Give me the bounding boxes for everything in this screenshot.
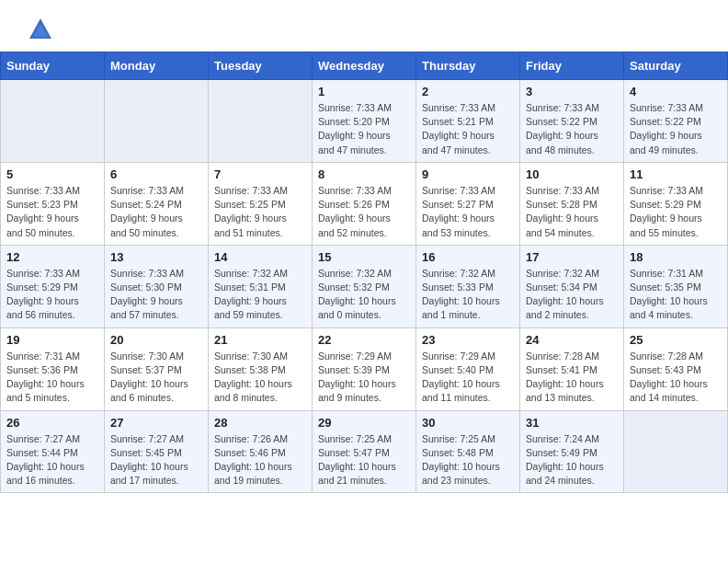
calendar-cell: 13Sunrise: 7:33 AM Sunset: 5:30 PM Dayli… [105, 245, 209, 327]
day-number: 15 [318, 250, 410, 264]
day-info: Sunrise: 7:30 AM Sunset: 5:38 PM Dayligh… [214, 350, 306, 406]
calendar-cell: 1Sunrise: 7:33 AM Sunset: 5:20 PM Daylig… [313, 80, 416, 163]
day-number: 21 [214, 333, 306, 347]
day-number: 23 [422, 333, 514, 347]
day-number: 19 [6, 333, 98, 347]
col-header-sunday: Sunday [1, 52, 105, 80]
day-info: Sunrise: 7:25 AM Sunset: 5:47 PM Dayligh… [318, 432, 410, 488]
calendar-cell [624, 410, 728, 493]
calendar-week-row: 5Sunrise: 7:33 AM Sunset: 5:23 PM Daylig… [1, 162, 728, 245]
day-number: 30 [422, 416, 514, 430]
calendar-cell: 31Sunrise: 7:24 AM Sunset: 5:49 PM Dayli… [520, 410, 624, 493]
day-number: 5 [6, 167, 98, 181]
day-info: Sunrise: 7:28 AM Sunset: 5:41 PM Dayligh… [526, 350, 618, 406]
calendar-cell: 28Sunrise: 7:26 AM Sunset: 5:46 PM Dayli… [209, 410, 313, 493]
calendar-cell: 27Sunrise: 7:27 AM Sunset: 5:45 PM Dayli… [105, 410, 209, 493]
col-header-friday: Friday [520, 52, 624, 80]
day-info: Sunrise: 7:33 AM Sunset: 5:29 PM Dayligh… [6, 267, 98, 323]
day-info: Sunrise: 7:27 AM Sunset: 5:44 PM Dayligh… [6, 432, 98, 488]
day-info: Sunrise: 7:33 AM Sunset: 5:24 PM Dayligh… [110, 184, 202, 240]
day-number: 7 [214, 167, 306, 181]
calendar-cell: 14Sunrise: 7:32 AM Sunset: 5:31 PM Dayli… [209, 245, 313, 327]
calendar-cell: 30Sunrise: 7:25 AM Sunset: 5:48 PM Dayli… [416, 410, 520, 493]
calendar-week-row: 26Sunrise: 7:27 AM Sunset: 5:44 PM Dayli… [1, 410, 728, 493]
day-info: Sunrise: 7:33 AM Sunset: 5:23 PM Dayligh… [6, 184, 98, 240]
col-header-thursday: Thursday [416, 52, 520, 80]
calendar-cell: 15Sunrise: 7:32 AM Sunset: 5:32 PM Dayli… [313, 245, 416, 327]
day-number: 18 [630, 250, 722, 264]
calendar-cell: 18Sunrise: 7:31 AM Sunset: 5:35 PM Dayli… [624, 245, 728, 327]
calendar-cell: 7Sunrise: 7:33 AM Sunset: 5:25 PM Daylig… [209, 162, 313, 245]
col-header-saturday: Saturday [624, 52, 728, 80]
logo [22, 17, 53, 42]
day-number: 22 [318, 333, 410, 347]
header [0, 0, 728, 52]
calendar-cell: 24Sunrise: 7:28 AM Sunset: 5:41 PM Dayli… [520, 327, 624, 410]
day-number: 4 [630, 85, 722, 98]
day-number: 11 [630, 167, 722, 181]
day-number: 20 [110, 333, 202, 347]
calendar-cell: 25Sunrise: 7:28 AM Sunset: 5:43 PM Dayli… [624, 327, 728, 410]
day-number: 26 [6, 416, 98, 430]
day-info: Sunrise: 7:25 AM Sunset: 5:48 PM Dayligh… [422, 432, 514, 488]
calendar-cell [1, 80, 105, 163]
col-header-tuesday: Tuesday [209, 52, 313, 80]
calendar-cell: 16Sunrise: 7:32 AM Sunset: 5:33 PM Dayli… [416, 245, 520, 327]
calendar-cell: 9Sunrise: 7:33 AM Sunset: 5:27 PM Daylig… [416, 162, 520, 245]
calendar-week-row: 19Sunrise: 7:31 AM Sunset: 5:36 PM Dayli… [1, 327, 728, 410]
day-info: Sunrise: 7:30 AM Sunset: 5:37 PM Dayligh… [110, 350, 202, 406]
calendar-cell: 21Sunrise: 7:30 AM Sunset: 5:38 PM Dayli… [209, 327, 313, 410]
day-info: Sunrise: 7:28 AM Sunset: 5:43 PM Dayligh… [630, 350, 722, 406]
calendar-week-row: 12Sunrise: 7:33 AM Sunset: 5:29 PM Dayli… [1, 245, 728, 327]
day-number: 13 [110, 250, 202, 264]
day-number: 9 [422, 167, 514, 181]
calendar-header-row: SundayMondayTuesdayWednesdayThursdayFrid… [1, 52, 728, 80]
day-number: 27 [110, 416, 202, 430]
day-info: Sunrise: 7:26 AM Sunset: 5:46 PM Dayligh… [214, 432, 306, 488]
calendar-cell [209, 80, 313, 163]
calendar-cell: 17Sunrise: 7:32 AM Sunset: 5:34 PM Dayli… [520, 245, 624, 327]
day-info: Sunrise: 7:32 AM Sunset: 5:31 PM Dayligh… [214, 267, 306, 323]
calendar-cell: 6Sunrise: 7:33 AM Sunset: 5:24 PM Daylig… [105, 162, 209, 245]
day-info: Sunrise: 7:33 AM Sunset: 5:25 PM Dayligh… [214, 184, 306, 240]
day-info: Sunrise: 7:33 AM Sunset: 5:21 PM Dayligh… [422, 101, 514, 157]
day-number: 28 [214, 416, 306, 430]
calendar-cell: 29Sunrise: 7:25 AM Sunset: 5:47 PM Dayli… [313, 410, 416, 493]
calendar-cell: 3Sunrise: 7:33 AM Sunset: 5:22 PM Daylig… [520, 80, 624, 163]
col-header-monday: Monday [105, 52, 209, 80]
day-number: 24 [526, 333, 618, 347]
calendar-cell: 2Sunrise: 7:33 AM Sunset: 5:21 PM Daylig… [416, 80, 520, 163]
day-number: 31 [526, 416, 618, 430]
day-number: 1 [318, 85, 410, 98]
day-info: Sunrise: 7:33 AM Sunset: 5:29 PM Dayligh… [630, 184, 722, 240]
calendar-cell: 10Sunrise: 7:33 AM Sunset: 5:28 PM Dayli… [520, 162, 624, 245]
day-number: 12 [6, 250, 98, 264]
day-info: Sunrise: 7:32 AM Sunset: 5:34 PM Dayligh… [526, 267, 618, 323]
day-info: Sunrise: 7:29 AM Sunset: 5:40 PM Dayligh… [422, 350, 514, 406]
day-number: 8 [318, 167, 410, 181]
day-info: Sunrise: 7:33 AM Sunset: 5:30 PM Dayligh… [110, 267, 202, 323]
day-info: Sunrise: 7:33 AM Sunset: 5:22 PM Dayligh… [526, 101, 618, 157]
day-info: Sunrise: 7:33 AM Sunset: 5:22 PM Dayligh… [630, 101, 722, 157]
day-info: Sunrise: 7:31 AM Sunset: 5:36 PM Dayligh… [6, 350, 98, 406]
day-number: 16 [422, 250, 514, 264]
day-info: Sunrise: 7:33 AM Sunset: 5:27 PM Dayligh… [422, 184, 514, 240]
day-number: 14 [214, 250, 306, 264]
day-info: Sunrise: 7:32 AM Sunset: 5:32 PM Dayligh… [318, 267, 410, 323]
day-info: Sunrise: 7:24 AM Sunset: 5:49 PM Dayligh… [526, 432, 618, 488]
day-number: 6 [110, 167, 202, 181]
calendar-cell: 23Sunrise: 7:29 AM Sunset: 5:40 PM Dayli… [416, 327, 520, 410]
calendar-cell: 26Sunrise: 7:27 AM Sunset: 5:44 PM Dayli… [1, 410, 105, 493]
calendar-cell: 4Sunrise: 7:33 AM Sunset: 5:22 PM Daylig… [624, 80, 728, 163]
day-number: 29 [318, 416, 410, 430]
calendar-week-row: 1Sunrise: 7:33 AM Sunset: 5:20 PM Daylig… [1, 80, 728, 163]
calendar-cell: 22Sunrise: 7:29 AM Sunset: 5:39 PM Dayli… [313, 327, 416, 410]
calendar-cell: 11Sunrise: 7:33 AM Sunset: 5:29 PM Dayli… [624, 162, 728, 245]
day-number: 17 [526, 250, 618, 264]
day-number: 10 [526, 167, 618, 181]
logo-icon [28, 17, 53, 42]
calendar-cell: 5Sunrise: 7:33 AM Sunset: 5:23 PM Daylig… [1, 162, 105, 245]
day-info: Sunrise: 7:29 AM Sunset: 5:39 PM Dayligh… [318, 350, 410, 406]
day-info: Sunrise: 7:31 AM Sunset: 5:35 PM Dayligh… [630, 267, 722, 323]
calendar-cell: 12Sunrise: 7:33 AM Sunset: 5:29 PM Dayli… [1, 245, 105, 327]
